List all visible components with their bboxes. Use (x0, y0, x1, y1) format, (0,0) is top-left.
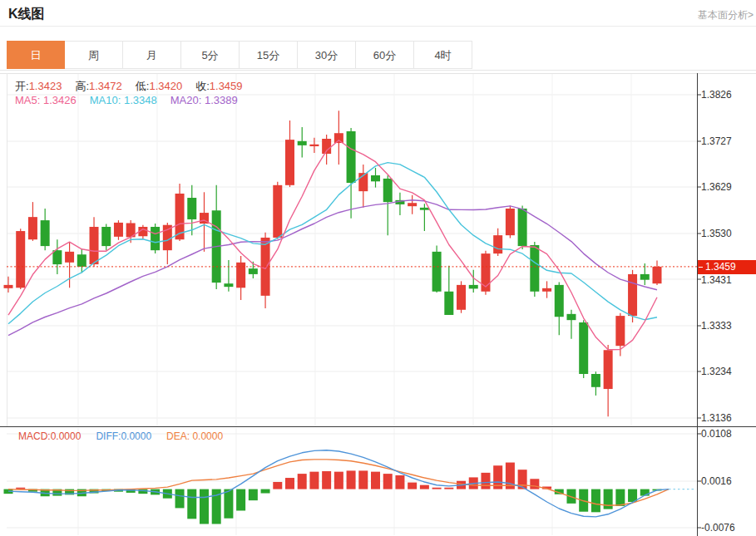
kline-chart[interactable]: 开:1.3423高:1.3472低:1.3420收:1.3459 MA5: 1.… (0, 0, 756, 536)
ma5-legend: MA5: 1.3426 (15, 94, 77, 106)
high-value: 1.3472 (89, 80, 122, 92)
macd-tick-label: 0.0016 (701, 475, 732, 487)
price-tick-label: 1.3727 (701, 135, 732, 147)
low-value: 1.3420 (149, 80, 182, 92)
open-value: 1.3423 (29, 80, 62, 92)
price-tick-label: 1.3629 (701, 181, 732, 193)
macd-value-legend: MACD:0.0000 (18, 430, 81, 442)
close-value: 1.3459 (210, 80, 243, 92)
ma10-legend: MA10: 1.3348 (90, 94, 157, 106)
ma-legend: MA5: 1.3426MA10: 1.3348MA20: 1.3389 (15, 94, 238, 106)
ohlc-readout: 开:1.3423高:1.3472低:1.3420收:1.3459 (15, 79, 256, 94)
price-tick-label: 1.3431 (701, 274, 732, 286)
price-tick-label: 1.3136 (701, 412, 732, 424)
close-label: 收: (195, 80, 210, 92)
macd-legend: MACD:0.0000DIFF:0.0000DEA: 0.0000 (18, 430, 223, 442)
ma20-legend: MA20: 1.3389 (170, 94, 238, 106)
price-tick-label: 1.3530 (701, 228, 732, 239)
current-price-tag: 1.3459 (698, 260, 756, 274)
price-tick-label: 1.3234 (701, 366, 732, 377)
price-tick-label: 1.3333 (701, 320, 732, 332)
low-label: 低: (136, 80, 150, 92)
price-tick-label: 1.3826 (701, 89, 732, 101)
open-label: 开: (15, 80, 29, 92)
diff-value-legend: DIFF:0.0000 (96, 430, 151, 442)
kline-page: K线图 基本面分析> 日 周 月 5分 15分 30分 60分 4时 开:1.3… (0, 0, 756, 536)
macd-tick-label: 0.0108 (701, 428, 732, 440)
macd-tick-label: -0.0076 (701, 522, 735, 534)
price-tag-tick-icon (699, 267, 703, 268)
high-label: 高: (75, 80, 89, 92)
dea-value-legend: DEA: 0.0000 (166, 430, 223, 442)
